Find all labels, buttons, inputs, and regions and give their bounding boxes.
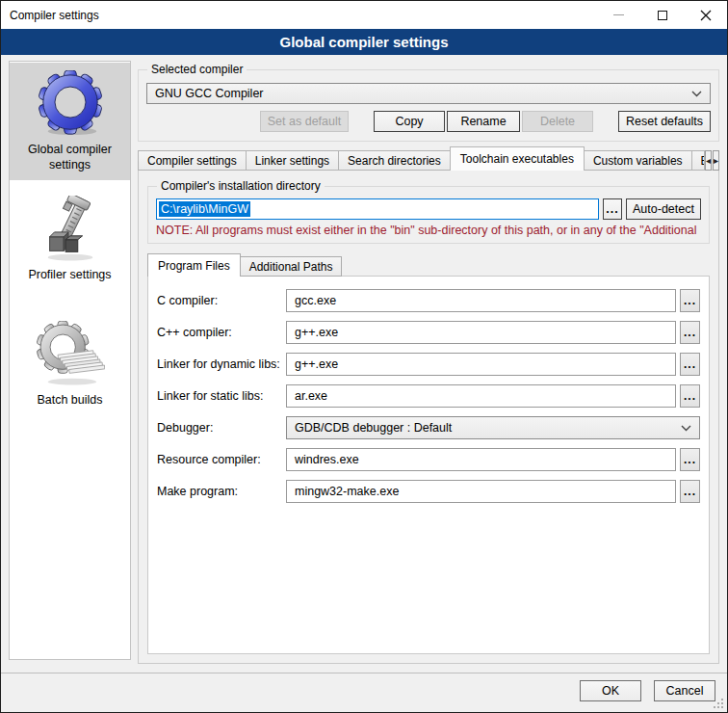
titlebar: Compiler settings (1, 1, 727, 29)
compiler-select[interactable]: GNU GCC Compiler (146, 83, 711, 104)
sidebar-item-batch-builds[interactable]: Batch builds (10, 313, 130, 415)
tab-compiler-settings[interactable]: Compiler settings (138, 150, 247, 171)
blue-gear-icon (36, 70, 105, 138)
field-row-dynamic-linker: Linker for dynamic libs: g++.exe ... (157, 353, 700, 376)
field-value: g++.exe (295, 357, 338, 371)
delete-button[interactable]: Delete (522, 111, 593, 132)
dialog-body: Global compiler settings (1, 55, 727, 673)
make-program-browse-button[interactable]: ... (680, 480, 700, 503)
arrow-right-icon: ▸ (714, 155, 718, 166)
field-label: C++ compiler: (157, 326, 286, 339)
tab-scroll-left-button[interactable]: ◂ (705, 150, 712, 171)
cancel-button[interactable]: Cancel (654, 680, 715, 701)
dynamic-linker-browse-button[interactable]: ... (680, 353, 700, 376)
minimize-icon (613, 14, 624, 15)
field-value: g++.exe (295, 326, 338, 339)
compiler-select-value: GNU GCC Compiler (155, 87, 264, 100)
field-row-debugger: Debugger: GDB/CDB debugger : Default (157, 416, 700, 439)
sidebar-item-label: Batch builds (37, 392, 102, 408)
cpp-compiler-browse-button[interactable]: ... (680, 321, 700, 344)
maximize-icon (658, 11, 667, 20)
sidebar-item-label: Global compiler settings (12, 142, 128, 172)
cpp-compiler-input[interactable]: g++.exe (286, 321, 676, 344)
static-linker-input[interactable]: ar.exe (286, 384, 676, 408)
resize-grip[interactable] (721, 706, 723, 708)
gear-stack-icon (36, 321, 105, 388)
tab-toolchain-executables[interactable]: Toolchain executables (450, 146, 585, 171)
program-files-panel: C compiler: gcc.exe ... C++ compiler: g+… (147, 276, 710, 654)
installation-directory-browse-button[interactable]: ... (603, 198, 622, 220)
close-button[interactable] (684, 1, 727, 29)
static-linker-browse-button[interactable]: ... (680, 384, 700, 408)
resource-compiler-browse-button[interactable]: ... (680, 448, 700, 471)
tab-search-directories[interactable]: Search directories (338, 150, 451, 171)
toolchain-executables-panel: Compiler's installation directory C:\ray… (138, 170, 719, 664)
subtab-program-files[interactable]: Program Files (147, 253, 241, 277)
tab-build-options-clipped[interactable]: Builc (691, 150, 705, 171)
rename-button[interactable]: Rename (447, 111, 520, 132)
dialog-footer: OK Cancel (1, 673, 727, 712)
field-row-cpp-compiler: C++ compiler: g++.exe ... (157, 321, 700, 344)
minimize-button[interactable] (597, 1, 640, 29)
chevron-down-icon (691, 91, 702, 97)
settings-sidebar: Global compiler settings (9, 61, 131, 660)
subtab-additional-paths[interactable]: Additional Paths (240, 256, 343, 277)
copy-button[interactable]: Copy (374, 111, 445, 132)
c-compiler-browse-button[interactable]: ... (680, 289, 700, 312)
tab-scroll-right-button[interactable]: ▸ (713, 150, 719, 171)
installation-directory-group-label: Compiler's installation directory (157, 179, 325, 193)
set-as-default-button[interactable]: Set as default (260, 111, 349, 132)
chevron-down-icon (681, 425, 691, 432)
ok-button[interactable]: OK (580, 680, 641, 701)
field-value: gcc.exe (295, 294, 336, 307)
debugger-select[interactable]: GDB/CDB debugger : Default (286, 416, 700, 439)
window-title: Compiler settings (10, 9, 99, 22)
dynamic-linker-input[interactable]: g++.exe (286, 353, 676, 376)
main-content: Selected compiler GNU GCC Compiler Set a… (138, 61, 719, 673)
field-row-c-compiler: C compiler: gcc.exe ... (157, 289, 700, 312)
compiler-button-row: Set as default Copy Rename Delete Reset … (146, 111, 711, 132)
field-value: windres.exe (295, 453, 359, 466)
reset-defaults-button[interactable]: Reset defaults (618, 111, 711, 132)
bin-subdirectory-note: NOTE: All programs must exist either in … (156, 224, 701, 237)
caliper-icon (36, 196, 105, 263)
debugger-select-value: GDB/CDB debugger : Default (295, 421, 452, 435)
sidebar-item-global-compiler-settings[interactable]: Global compiler settings (10, 63, 130, 180)
dialog-banner: Global compiler settings (1, 29, 727, 55)
field-value: ar.exe (295, 389, 327, 403)
field-label: Linker for dynamic libs: (157, 357, 286, 371)
field-row-make-program: Make program: mingw32-make.exe ... (157, 480, 700, 503)
resource-compiler-input[interactable]: windres.exe (286, 448, 676, 471)
caption-buttons (597, 1, 727, 29)
field-row-resource-compiler: Resource compiler: windres.exe ... (157, 448, 700, 471)
field-label: Debugger: (157, 421, 286, 435)
tab-custom-variables[interactable]: Custom variables (584, 150, 692, 171)
sidebar-item-profiler-settings[interactable]: Profiler settings (10, 188, 130, 290)
field-label: C compiler: (157, 294, 286, 307)
make-program-input[interactable]: mingw32-make.exe (286, 480, 676, 503)
close-icon (700, 10, 712, 21)
field-value: mingw32-make.exe (295, 485, 399, 498)
paths-subtabs: Program Files Additional Paths (147, 253, 710, 277)
arrow-left-icon: ◂ (706, 155, 711, 166)
field-label: Linker for static libs: (157, 389, 286, 403)
banner-title: Global compiler settings (279, 34, 448, 50)
tab-linker-settings[interactable]: Linker settings (246, 150, 339, 171)
compiler-settings-dialog: Compiler settings Global compiler settin… (0, 0, 728, 713)
settings-tabstrip: Compiler settings Linker settings Search… (138, 146, 719, 171)
installation-directory-group: Compiler's installation directory C:\ray… (147, 186, 710, 244)
sidebar-item-label: Profiler settings (28, 267, 111, 282)
selected-path-text: C:\raylib\MinGW (159, 201, 250, 217)
field-label: Make program: (157, 485, 286, 498)
maximize-button[interactable] (640, 1, 684, 29)
field-label: Resource compiler: (157, 453, 286, 466)
auto-detect-button[interactable]: Auto-detect (626, 198, 701, 220)
field-row-static-linker: Linker for static libs: ar.exe ... (157, 384, 700, 408)
selected-compiler-group-label: Selected compiler (147, 63, 247, 76)
installation-directory-input[interactable]: C:\raylib\MinGW (156, 198, 599, 220)
selected-compiler-group: Selected compiler GNU GCC Compiler Set a… (138, 69, 719, 142)
c-compiler-input[interactable]: gcc.exe (286, 289, 676, 312)
